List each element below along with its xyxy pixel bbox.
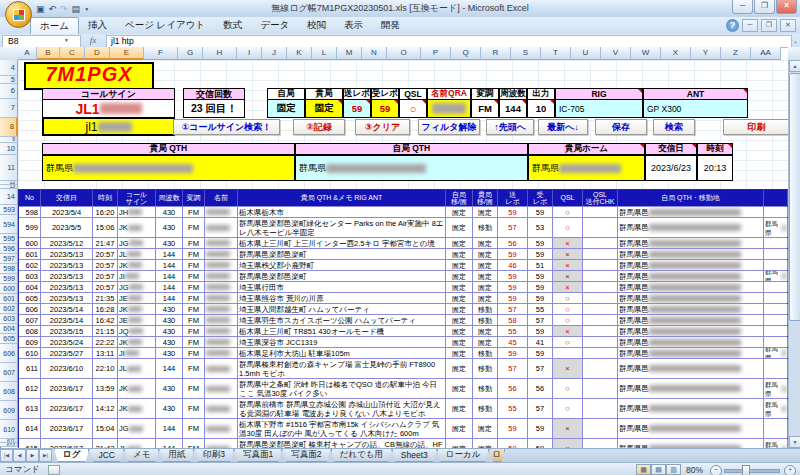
button-③クリア[interactable]: ③クリア (355, 119, 410, 135)
cell-mode[interactable]: FM (183, 207, 205, 217)
cell-own-qth[interactable]: 群馬県邑 (618, 379, 764, 398)
cell-home[interactable] (764, 315, 788, 325)
log-row-612[interactable]: 6122023/6/1713:59JK430FM群馬県中之条町 沢峠 昨日は榛名… (19, 378, 787, 398)
row-header-6[interactable]: 6 (0, 84, 18, 99)
cell-name[interactable] (205, 282, 238, 292)
cell-home[interactable] (764, 337, 788, 347)
cell-no[interactable]: 601 (19, 249, 41, 259)
cell-mode[interactable]: FM (183, 238, 205, 248)
button-①コールサイン検索[interactable]: ①コールサイン検索！ (173, 119, 280, 135)
row-header-594[interactable]: 594 (0, 215, 18, 234)
cell-no[interactable]: 604 (19, 282, 41, 292)
cell-no[interactable]: 599 (19, 218, 41, 237)
log-row-608[interactable]: 6082023/5/1521:15JQ430FM栃木県上三川町 TR851 43… (19, 325, 787, 336)
cell-no[interactable]: 610 (19, 348, 41, 358)
row-header-608[interactable]: 608 (0, 382, 18, 401)
cell-mode[interactable]: FM (183, 419, 205, 438)
ribbon-tab-表示[interactable]: 表示 (335, 17, 372, 34)
cell-time[interactable]: 20:57 (93, 260, 118, 270)
cell-rcvd-report[interactable]: 55 (528, 304, 553, 314)
cell-home[interactable] (764, 249, 788, 259)
cell-name[interactable] (205, 260, 238, 270)
cell-qsl[interactable]: ○ (553, 315, 583, 325)
cell-mode[interactable]: FM (183, 439, 205, 448)
last-sheet-icon[interactable]: ▶| (39, 449, 52, 462)
cell-memo[interactable]: 群馬県邑楽郡邑楽町緑化センター Parks on the Air実施中 8エレ八… (238, 218, 446, 237)
cell-no[interactable]: 600 (19, 238, 41, 248)
cell-name[interactable] (205, 238, 238, 248)
cell-time[interactable]: 20:57 (93, 271, 118, 281)
cell-date[interactable]: 2023/6/10 (41, 359, 93, 378)
column-header-V[interactable]: V (601, 47, 631, 60)
next-sheet-icon[interactable]: ▶ (26, 449, 39, 462)
cell-time[interactable]: 15:04 (93, 419, 118, 438)
cell-self-fixed[interactable]: 固定 (446, 419, 473, 438)
cell-qsl[interactable]: × (553, 282, 583, 292)
cell-time[interactable]: 21:35 (93, 293, 118, 303)
cell-own-qth[interactable]: 群馬県邑 (618, 399, 764, 418)
cell-date[interactable]: 2023/6/17 (41, 379, 93, 398)
cell-qsl[interactable]: × (553, 326, 583, 336)
sheet-tab-印刷3[interactable]: 印刷3 (194, 449, 234, 462)
cell-freq[interactable]: 144 (156, 271, 183, 281)
cell-time[interactable]: 16:42 (93, 315, 118, 325)
button-検索[interactable]: 検索 (653, 119, 695, 135)
cell-home[interactable]: 群馬県 (764, 379, 788, 398)
column-header-Y[interactable]: Y (691, 47, 721, 60)
cell-date[interactable]: 2023/5/13 (41, 271, 93, 281)
cell-self-fixed[interactable]: 固定 (446, 439, 473, 448)
cell-mode[interactable]: FM (183, 379, 205, 398)
button-保存[interactable]: 保存 (595, 119, 647, 135)
log-row-610[interactable]: 6102023/5/2713:11JI430FM栃木県足利市大坊山 駐車場105… (19, 347, 787, 358)
cell-date[interactable]: 2023/6/17 (41, 439, 93, 448)
cell-qsl-check[interactable] (583, 348, 618, 358)
cell-qsl-check[interactable] (583, 326, 618, 336)
cell-qsl-check[interactable] (583, 238, 618, 248)
cell-rcvd-report[interactable]: 57 (528, 359, 553, 378)
sheet-tab-だれでも用[interactable]: だれでも用 (331, 449, 392, 462)
log-row-611[interactable]: 6112023/6/1022:10JL144FM群馬県榛東村創造の森キャンプ場 … (19, 358, 787, 378)
cell-own-qth[interactable]: 群馬県邑 (618, 293, 764, 303)
cell-name[interactable] (205, 207, 238, 217)
cell-mode[interactable]: FM (183, 399, 205, 418)
cell-memo[interactable]: 栃木県上三川町 TR851 430オールモード機 (238, 326, 446, 336)
cell-home[interactable]: 群馬県 (764, 271, 788, 281)
callsign-input-cell[interactable]: jl1 (42, 117, 175, 136)
cell-no[interactable]: 615 (19, 439, 41, 448)
cell-qsl[interactable]: × (553, 439, 583, 448)
cell-memo[interactable]: 群馬県邑楽郡邑楽町 榛東村キャンプの話、CB無線の話、HFでL型GPがおすすめ (238, 439, 446, 448)
cell-qsl[interactable]: ○ (553, 399, 583, 418)
row-header-601[interactable]: 601 (0, 294, 18, 304)
cell-other-fixed[interactable]: 固定 (473, 326, 498, 336)
cell-other-fixed[interactable]: 移動 (473, 399, 498, 418)
cell-home[interactable] (764, 326, 788, 336)
cell-date[interactable]: 2023/5/4 (41, 207, 93, 217)
cell-date[interactable]: 2023/5/14 (41, 315, 93, 325)
cell-rcvd-report[interactable]: 59 (528, 271, 553, 281)
cell-callsign[interactable]: JK (118, 304, 156, 314)
cell-freq[interactable]: 144 (156, 419, 183, 438)
cell-no[interactable]: 606 (19, 304, 41, 314)
cell-other-fixed[interactable]: 固定 (473, 439, 498, 448)
cell-date[interactable]: 2023/5/14 (41, 304, 93, 314)
cell-callsign[interactable]: JK (118, 379, 156, 398)
column-header-J[interactable]: J (262, 47, 287, 60)
cell-self-fixed[interactable]: 固定 (446, 315, 473, 325)
cell-qsl-check[interactable] (583, 271, 618, 281)
sheet-tab-ログ[interactable]: ログ (54, 449, 89, 462)
cell-self-fixed[interactable]: 固定 (446, 348, 473, 358)
cell-time[interactable]: 22:22 (93, 337, 118, 347)
cell-home[interactable]: 群馬県 (764, 348, 788, 358)
log-row-614[interactable]: 6142023/6/1715:04JG144FM栃木県下野市 #1516 宇都宮… (19, 418, 787, 438)
cell-time[interactable]: 15:06 (93, 218, 118, 237)
log-row-607[interactable]: 6072023/5/1416:42JE430FM埼玉県羽生市スカイスポーツ公園 … (19, 314, 787, 325)
cell-sent-report[interactable]: 57 (498, 304, 528, 314)
log-row-603[interactable]: 6032023/5/1320:57JI144FM群馬県邑楽郡邑楽町固定固定595… (19, 270, 787, 281)
row-header-8[interactable]: 8 (0, 118, 18, 137)
cell-rcvd-report[interactable]: 59 (528, 249, 553, 259)
cell-other-fixed[interactable]: 固定 (473, 419, 498, 438)
cell-home[interactable] (764, 419, 788, 438)
zoom-in-icon[interactable]: + (784, 465, 796, 475)
cell-freq[interactable]: 144 (156, 439, 183, 448)
cell-callsign[interactable]: JK (118, 218, 156, 237)
